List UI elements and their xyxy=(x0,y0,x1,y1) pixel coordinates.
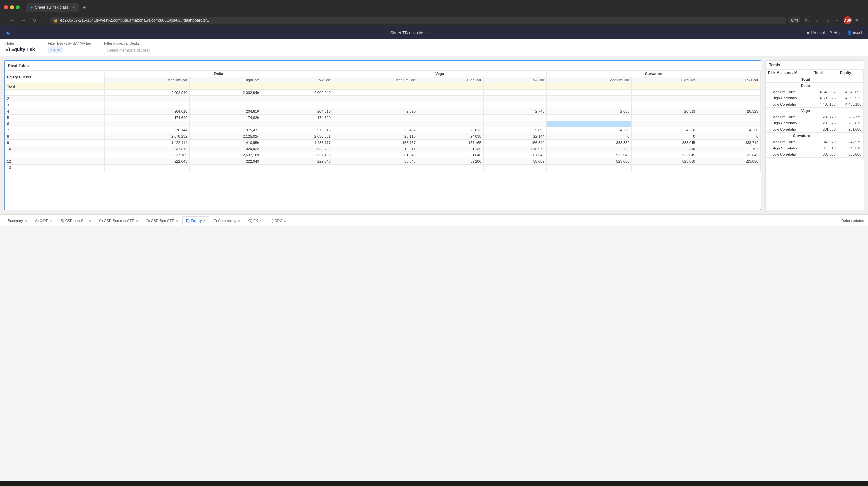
tab-title: Sheet TB risk class xyxy=(35,5,68,9)
tab-bar: ◈ Sheet TB risk class ✕ + xyxy=(26,3,88,12)
bottom-tab-bar: Summary✕A) GIRR✕B) CSR non-Sec✕C) CSR Se… xyxy=(0,214,868,226)
close-traffic-light[interactable] xyxy=(4,5,8,9)
sheet-tab-close[interactable]: ✕ xyxy=(50,219,53,222)
sheet-tab-label: Summary xyxy=(7,219,23,222)
tab-close-btn[interactable]: ✕ xyxy=(72,6,75,9)
sheet-tab-d--csr-sec-ctp[interactable]: D) CSR Sec CTP✕ xyxy=(143,216,182,224)
totals-title: Totals xyxy=(769,63,780,67)
sheet-tab-h--drc[interactable]: H) DRC✕ xyxy=(266,216,290,224)
delta-low-header: LowCorr xyxy=(261,77,333,83)
sheet-tab-f--commodity[interactable]: F) Commodity✕ xyxy=(210,216,244,224)
tab-icon: ◈ xyxy=(30,6,33,9)
totals-col-header: Risk Measure / Me. Total Equity xyxy=(766,70,864,77)
sheet-tab-close[interactable]: ✕ xyxy=(259,219,262,222)
vega-header: Vega xyxy=(333,71,547,77)
sheet-tab-label: C) CSR Sec non-CTP xyxy=(99,219,134,222)
menu-btn[interactable]: ≡ xyxy=(854,17,860,24)
equity-header: Equity xyxy=(838,70,863,77)
table-row: 7976,144975,471976,81625,45725,81325,095… xyxy=(5,127,761,133)
address-bar[interactable] xyxy=(60,18,783,23)
totals-table: Risk Measure / Me. Total Equity TotalDel… xyxy=(766,69,864,158)
sheet-tab-close[interactable]: ✕ xyxy=(283,219,286,222)
sheet-tab-close[interactable]: ✕ xyxy=(176,219,178,222)
sheet-tab-close[interactable]: ✕ xyxy=(24,219,27,222)
present-btn[interactable]: ▶ Present xyxy=(807,30,825,35)
app-logo: ◈ xyxy=(5,29,10,36)
sheet-tab-label: H) DRC xyxy=(270,219,282,222)
table-row: 10931,816929,922933,706219,611221,136218… xyxy=(5,146,761,152)
pivot-table: Equity Bucket Delta Vega Curvature Mediu… xyxy=(5,70,761,171)
minimize-traffic-light[interactable] xyxy=(10,5,14,9)
totals-data-row: High Correlatio848,518848,518 xyxy=(766,145,864,151)
sheet-tab-label: F) Commodity xyxy=(214,219,237,222)
sheet-tab-g--fx[interactable]: G) FX✕ xyxy=(245,216,266,224)
sheet-tab-close[interactable]: ✕ xyxy=(136,219,138,222)
sheet-tab-e--equity[interactable]: E) Equity✕ xyxy=(182,216,210,224)
toolbar-right: h. ☆ 🛡 ··· ABP ≡ xyxy=(803,17,860,24)
traffic-lights xyxy=(4,5,20,9)
sheet-tab-close[interactable]: ✕ xyxy=(238,219,240,222)
totals-header: Totals xyxy=(766,61,864,69)
totals-panel: Totals Risk Measure / Me. Total Equity T… xyxy=(765,60,864,210)
pivot-table-container: Pivot Table ··· Equity Bucket Delta Vega… xyxy=(4,60,761,210)
pivot-header-row: Equity Bucket Delta Vega Curvature xyxy=(5,71,761,77)
browser-tab[interactable]: ◈ Sheet TB risk class ✕ xyxy=(26,3,79,11)
table-row: 12,002,9402,002,9402,002,940 xyxy=(5,90,761,96)
curv-high-header: HighCorr xyxy=(631,77,698,83)
address-bar-container: 🔒 xyxy=(50,17,786,24)
totals-data-row: Low Correlatio281,680281,680 xyxy=(766,126,864,133)
sheet-tab-a--girr[interactable]: A) GIRR✕ xyxy=(31,216,56,224)
risk-measure-header: Risk Measure / Me. xyxy=(766,70,812,77)
totals-section-header: Curvature xyxy=(766,133,864,139)
totals-data-row: Low Correlatio836,008836,008 xyxy=(766,151,864,158)
help-btn[interactable]: ? Help xyxy=(830,30,842,35)
table-row: 6 xyxy=(5,121,761,127)
profile-btn[interactable]: ABP xyxy=(844,17,851,24)
pivot-table-menu-btn[interactable]: ··· xyxy=(753,63,757,68)
curv-med-header: MediumCorr xyxy=(547,77,631,83)
sheet-tab-close[interactable]: ✕ xyxy=(203,219,206,222)
total-header: Total xyxy=(812,70,838,77)
sheet-tab-b--csr-non-sec[interactable]: B) CSR non-Sec✕ xyxy=(57,216,95,224)
table-row: 112,637,1692,637,1692,637,16961,64661,64… xyxy=(5,152,761,158)
security-icon: 🔒 xyxy=(53,19,58,23)
more-btn[interactable]: ··· xyxy=(834,17,842,24)
reload-btn[interactable]: ↻ xyxy=(30,17,38,24)
home-btn[interactable]: ⌂ xyxy=(41,17,48,24)
user-btn[interactable]: 👤 user1 xyxy=(847,30,863,35)
forward-btn[interactable]: → xyxy=(19,17,28,24)
totals-data-row: Medium Correl282,779282,779 xyxy=(766,114,864,120)
extensions-btn[interactable]: h. xyxy=(803,17,811,24)
sheet-tab-label: D) CSR Sec CTP xyxy=(146,219,174,222)
desk-select[interactable]: Select members of Desk xyxy=(104,47,153,54)
maximize-traffic-light[interactable] xyxy=(16,5,20,9)
table-row: 5174,629174,629174,629 xyxy=(5,115,761,121)
sheet-tabs: Summary✕A) GIRR✕B) CSR non-Sec✕C) CSR Se… xyxy=(4,216,290,224)
defer-updates-btn[interactable]: Defer updates xyxy=(841,219,864,222)
sheet-tab-close[interactable]: ✕ xyxy=(89,219,91,222)
vega-med-header: MediumCorr xyxy=(333,77,417,83)
sheet-tab-c--csr-sec-non-ctp[interactable]: C) CSR Sec non-CTP✕ xyxy=(95,216,142,224)
curvature-header: Curvature xyxy=(547,71,761,77)
app-header-right: ▶ Present ? Help 👤 user1 xyxy=(807,30,863,35)
sheet-tab-summary[interactable]: Summary✕ xyxy=(4,216,31,224)
main-content: Pivot Table ··· Equity Bucket Delta Vega… xyxy=(0,56,868,214)
table-row: 3 xyxy=(5,102,761,108)
totals-data-row: Medium Correl4,540,6924,540,692 xyxy=(766,89,864,95)
sa-tag-remove[interactable]: ✕ xyxy=(57,48,60,52)
table-row: 2 xyxy=(5,96,761,102)
browser-chrome: ◈ Sheet TB risk class ✕ + ← → ↻ ⌂ 🔒 67% … xyxy=(0,0,868,26)
sa-ima-filter-section: Filter Desks by SA/IMA tag SA ✕ xyxy=(48,41,91,53)
filter-bar: Notes E) Equity risk Filter Desks by SA/… xyxy=(0,39,868,56)
bookmark-btn[interactable]: ☆ xyxy=(813,17,821,24)
delta-med-header: MediumCorr xyxy=(105,77,190,83)
totals-section-header: Vega xyxy=(766,108,864,114)
browser-titlebar: ◈ Sheet TB risk class ✕ + xyxy=(4,3,864,12)
pocket-btn[interactable]: 🛡 xyxy=(823,17,832,24)
new-tab-btn[interactable]: + xyxy=(80,3,88,12)
back-btn[interactable]: ← xyxy=(8,17,17,24)
table-row: Total xyxy=(5,83,761,90)
sheet-tab-label: A) GIRR xyxy=(35,219,49,222)
browser-toolbar: ← → ↻ ⌂ 🔒 67% h. ☆ 🛡 ··· ABP ≡ xyxy=(4,14,864,26)
notes-section: Notes E) Equity risk xyxy=(5,41,35,52)
